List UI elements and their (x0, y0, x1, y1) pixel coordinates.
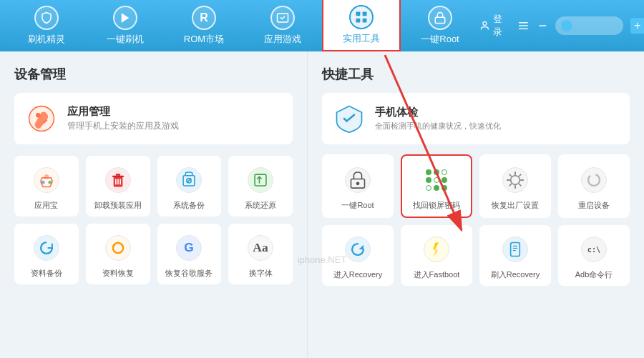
flash-wizard-icon (34, 6, 59, 30)
quick-item-factory-reset[interactable]: 恢复出厂设置 (479, 154, 551, 218)
google-service-label: 恢复谷歌服务 (165, 268, 213, 279)
svg-point-15 (44, 174, 49, 179)
nav-label-one-click-root: 一键Root (421, 33, 459, 46)
uninstall-icon (102, 164, 134, 196)
nav-item-useful-tools[interactable]: 实用工具 (322, 0, 401, 51)
svg-text:G: G (185, 240, 195, 254)
quick-item-reboot[interactable]: 重启设备 (558, 154, 630, 218)
right-top-row: 手机体检 全面检测手机的健康状况，快速优化 (322, 93, 630, 144)
login-button[interactable]: 登录 (479, 13, 510, 39)
grid-item-data-recovery[interactable]: 资料恢复 (86, 224, 150, 284)
svg-rect-21 (115, 174, 119, 175)
grid-item-uninstall[interactable]: 卸载预装应用 (86, 156, 150, 217)
grid-item-app-store[interactable]: 应用宝 (14, 156, 79, 217)
svg-point-28 (248, 168, 273, 193)
dot-3 (441, 169, 447, 175)
svg-rect-20 (112, 176, 124, 177)
factory-reset-icon (499, 164, 531, 196)
app-games-icon (270, 6, 295, 30)
quick-item-one-click-root[interactable]: 一键Root (322, 154, 394, 218)
dot-7 (426, 185, 431, 191)
nav-item-app-games[interactable]: 应用游戏 (243, 0, 322, 51)
svg-point-44 (503, 168, 528, 193)
grid-item-data-backup[interactable]: 资料备份 (14, 224, 79, 284)
left-panel: 设备管理 应用管理 管理手机上安装的应用及游戏 (0, 51, 308, 358)
google-service-icon: G (173, 232, 205, 264)
grid-item-sys-restore[interactable]: 系统还原 (228, 156, 293, 217)
sys-backup-label: 系统备份 (173, 200, 205, 211)
app-management-icon (26, 103, 57, 134)
minimize-icon[interactable] (537, 19, 549, 32)
svg-rect-4 (356, 19, 361, 23)
nav-label-useful-tools: 实用工具 (343, 32, 380, 45)
dot-6 (441, 177, 447, 183)
main-content: 设备管理 应用管理 管理手机上安装的应用及游戏 (0, 51, 644, 358)
nav-item-rom-market[interactable]: R ROM市场 (165, 0, 243, 51)
data-recovery-label: 资料恢复 (102, 268, 134, 279)
svg-point-54 (582, 168, 607, 193)
nav-item-one-click-root[interactable]: 一键Root (401, 0, 479, 51)
find-password-label: 找回锁屏密码 (413, 200, 460, 211)
quick-item-flash-recovery[interactable]: 刷入Recovery (479, 225, 551, 286)
app-store-label: 应用宝 (34, 200, 58, 211)
dots-grid (426, 169, 447, 191)
svg-point-31 (34, 236, 59, 261)
data-recovery-icon (102, 232, 134, 264)
sys-restore-icon (245, 164, 276, 196)
search-icon (561, 20, 572, 31)
reboot-label: 重启设备 (578, 200, 610, 211)
quick-item-enter-fastboot[interactable]: 进入Fastboot (401, 225, 472, 286)
svg-point-32 (105, 236, 130, 261)
dot-5 (434, 177, 439, 183)
dot-9 (441, 185, 447, 191)
svg-text:c:\: c:\ (587, 245, 601, 254)
dot-2 (434, 169, 439, 175)
svg-rect-6 (435, 17, 445, 23)
svg-rect-5 (363, 19, 367, 23)
svg-point-36 (121, 244, 123, 246)
svg-point-43 (356, 182, 360, 185)
quick-item-find-password[interactable]: 找回锁屏密码 (401, 154, 472, 218)
flash-recovery-label: 刷入Recovery (491, 269, 540, 280)
right-section-title: 快捷工具 (322, 66, 630, 83)
nav-bar: 刷机精灵 一键刷机 R ROM市场 应用游戏 (7, 0, 479, 51)
dot-4 (426, 177, 431, 183)
nav-label-one-click-flash: 一键刷机 (107, 33, 144, 46)
svg-marker-0 (122, 13, 130, 23)
menu-icon[interactable] (517, 19, 530, 32)
factory-reset-label: 恢复出厂设置 (492, 200, 539, 211)
nav-item-flash-wizard[interactable]: 刷机精灵 (7, 0, 86, 51)
quick-root-label: 一键Root (341, 200, 374, 211)
reboot-icon (578, 164, 610, 196)
change-font-icon: Aa (245, 232, 276, 264)
svg-rect-2 (356, 12, 361, 16)
header: 刷机精灵 一键刷机 R ROM市场 应用游戏 (0, 0, 644, 51)
nav-label-rom-market: ROM市场 (184, 33, 224, 46)
grid-item-change-font[interactable]: Aa 换字体 (228, 224, 293, 284)
app-management-card[interactable]: 应用管理 管理手机上安装的应用及游戏 (14, 93, 293, 144)
health-check-card[interactable]: 手机体检 全面检测手机的健康状况，快速优化 (322, 93, 630, 144)
quick-item-adb-command[interactable]: c:\ Adb命令行 (558, 225, 630, 286)
left-grid: 应用宝 卸载预装应用 (14, 156, 293, 284)
flash-recovery-icon (499, 234, 531, 265)
one-click-flash-icon (113, 6, 137, 30)
nav-item-one-click-flash[interactable]: 一键刷机 (86, 0, 165, 51)
enter-recovery-icon (342, 234, 374, 265)
health-check-desc: 全面检测手机的健康状况，快速优化 (375, 121, 501, 131)
plus-button[interactable]: + (630, 18, 645, 34)
enter-recovery-label: 进入Recovery (333, 269, 382, 280)
adb-command-label: Adb命令行 (575, 269, 613, 280)
quick-item-enter-recovery[interactable]: 进入Recovery (322, 225, 394, 286)
grid-item-sys-backup[interactable]: 系统备份 (157, 156, 222, 217)
dot-1 (426, 169, 431, 175)
grid-item-google-service[interactable]: G 恢复谷歌服务 (157, 224, 222, 284)
app-management-title: 应用管理 (67, 105, 179, 119)
quick-root-icon (342, 164, 374, 196)
header-right: 登录 + (479, 13, 644, 39)
data-backup-label: 资料备份 (31, 268, 62, 279)
search-box[interactable] (555, 16, 623, 35)
svg-text:Aa: Aa (253, 240, 268, 254)
svg-point-14 (34, 168, 59, 193)
useful-tools-icon (349, 5, 374, 29)
uninstall-label: 卸载预装应用 (94, 200, 142, 211)
